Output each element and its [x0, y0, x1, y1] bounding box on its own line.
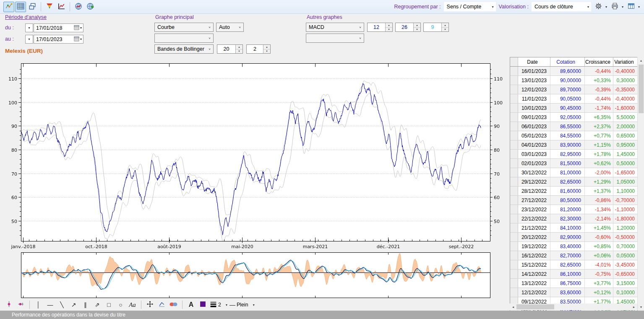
- trend-annotation-tool[interactable]: [156, 300, 167, 309]
- performance-chart-button[interactable]: [56, 2, 67, 12]
- row-selector-cell[interactable]: [510, 168, 518, 177]
- table-row[interactable]: 16/01/202389,60000-0,44%-0,40000: [510, 67, 637, 76]
- row-selector-cell[interactable]: [510, 76, 518, 85]
- table-view-button[interactable]: [15, 2, 26, 12]
- eraser-tool[interactable]: [168, 300, 179, 309]
- macd-fast-spinner[interactable]: 12 ▲▼: [367, 23, 393, 32]
- du-calendar-button[interactable]: ▾: [74, 24, 83, 32]
- row-selector-cell[interactable]: [510, 131, 518, 140]
- table-row[interactable]: 21/12/202284,10000+1,45%1,20000: [510, 223, 637, 233]
- bollinger-deviation-spinner[interactable]: 2 ▲▼: [246, 44, 271, 54]
- table-row[interactable]: 20/12/202282,90000-0,60%-0,50000: [510, 233, 637, 242]
- row-selector-cell[interactable]: [510, 214, 518, 223]
- scroll-down-icon[interactable]: ▼: [638, 303, 644, 310]
- table-vertical-scrollbar[interactable]: ▲ ▼: [637, 57, 644, 310]
- row-selector-cell[interactable]: [510, 85, 518, 94]
- rectangle-tool[interactable]: □: [103, 300, 115, 309]
- column-header-Croissance[interactable]: Croissance: [585, 57, 613, 66]
- table-row[interactable]: 16/12/202282,70000+0,06%0,05000: [510, 251, 637, 260]
- regroupement-select[interactable]: Sens / Compte ▾: [443, 2, 496, 12]
- horizontal-marker-tool[interactable]: [15, 300, 26, 309]
- du-date-field[interactable]: 17/01/2018 ▾: [34, 23, 83, 32]
- vertical-scroll-thumb[interactable]: [639, 65, 644, 113]
- row-selector-cell[interactable]: [510, 140, 518, 149]
- row-selector-cell[interactable]: [510, 251, 518, 260]
- table-row[interactable]: 19/12/202283,40000+0,85%0,70000: [510, 242, 637, 251]
- table-row[interactable]: 29/12/202282,65000+1,29%1,05000: [510, 177, 637, 187]
- du-preset-dropdown[interactable]: ▾: [25, 23, 33, 32]
- row-selector-cell[interactable]: [510, 260, 518, 269]
- column-header-Date[interactable]: Date: [518, 57, 550, 66]
- horizontal-line-tool[interactable]: —: [44, 300, 56, 309]
- spin-up-icon[interactable]: ▲: [442, 23, 448, 28]
- row-selector-cell[interactable]: [510, 223, 518, 232]
- row-selector-cell[interactable]: [510, 205, 518, 214]
- au-date-field[interactable]: 17/01/2023 ▾: [34, 35, 83, 44]
- row-selector-cell[interactable]: [510, 288, 518, 297]
- row-selector-cell[interactable]: [510, 242, 518, 251]
- row-selector-cell[interactable]: [510, 67, 518, 75]
- column-header-Cotation[interactable]: Cotation: [550, 57, 585, 66]
- row-selector-cell[interactable]: [510, 187, 518, 195]
- print-button[interactable]: ▾: [610, 2, 624, 12]
- move-tool[interactable]: [144, 300, 156, 309]
- table-row[interactable]: 28/12/202281,60000+1,37%1,10000: [510, 187, 637, 196]
- table-row[interactable]: 06/01/202386,55000+2,37%2,00000: [510, 122, 637, 131]
- horizontal-scroll-thumb[interactable]: [516, 304, 554, 309]
- valorisation-select[interactable]: Cours de clôture ▾: [531, 2, 592, 12]
- row-selector-cell[interactable]: [510, 113, 518, 122]
- table-row[interactable]: 30/12/202281,00000-2,00%-1,65000: [510, 168, 637, 177]
- row-selector-cell[interactable]: [510, 104, 518, 112]
- table-row[interactable]: 12/12/202283,60000+0,12%0,10000: [510, 288, 637, 297]
- bollinger-period-spinner[interactable]: 20 ▲▼: [217, 44, 243, 54]
- row-selector-cell[interactable]: [510, 279, 518, 288]
- filter-button[interactable]: [44, 2, 55, 12]
- spin-up-icon[interactable]: ▲: [414, 23, 420, 28]
- arrow-tool[interactable]: ↗: [68, 300, 79, 309]
- spin-down-icon[interactable]: ▼: [414, 28, 420, 32]
- quotes-table-header[interactable]: DateCotationCroissanceVariation: [510, 57, 637, 67]
- table-row[interactable]: 14/12/202286,10000-0,75%-0,65000: [510, 270, 637, 279]
- indicator-select[interactable]: Bandes de Bollinger˅: [154, 44, 214, 54]
- row-selector-cell[interactable]: [510, 122, 518, 131]
- table-row[interactable]: 09/01/202392,05000+6,35%5,50000: [510, 113, 637, 122]
- diagonal-line-tool[interactable]: ╲: [56, 300, 68, 309]
- spin-up-icon[interactable]: ▲: [386, 23, 392, 28]
- table-row[interactable]: 05/01/202384,55000+0,77%0,65000: [510, 131, 637, 140]
- row-selector-cell[interactable]: [510, 177, 518, 186]
- cascade-windows-button[interactable]: [27, 2, 38, 12]
- row-selector-cell[interactable]: [510, 196, 518, 205]
- scale-select[interactable]: Auto˅: [216, 23, 244, 32]
- row-selector-cell[interactable]: [510, 233, 518, 241]
- line-style-button[interactable]: —Plein▾: [229, 300, 256, 309]
- graph-type-select[interactable]: Courbe˅: [154, 23, 214, 32]
- row-selector-cell[interactable]: [510, 270, 518, 278]
- spin-down-icon[interactable]: ▼: [236, 49, 242, 54]
- columns-button[interactable]: ▾: [627, 2, 641, 12]
- spin-up-icon[interactable]: ▲: [263, 45, 270, 49]
- scroll-up-icon[interactable]: ▲: [638, 57, 644, 64]
- spin-down-icon[interactable]: ▼: [263, 49, 270, 54]
- table-row[interactable]: 23/12/202281,20000-1,34%-1,10000: [510, 205, 637, 214]
- macd-signal-spinner[interactable]: 9 ▲▼: [423, 23, 449, 32]
- subchart-indicator-select[interactable]: MACD˅: [306, 23, 364, 32]
- overlay-select[interactable]: ˅: [154, 34, 214, 43]
- row-selector-cell[interactable]: [510, 94, 518, 103]
- spin-down-icon[interactable]: ▼: [386, 28, 392, 32]
- table-row[interactable]: 13/12/202286,75000+3,77%3,15000: [510, 279, 637, 288]
- vertical-marker-tool[interactable]: [3, 300, 15, 309]
- au-calendar-button[interactable]: ▾: [74, 36, 83, 43]
- settings-button[interactable]: ▾: [594, 2, 608, 12]
- web-update-button[interactable]: [85, 2, 96, 12]
- row-selector-cell[interactable]: [510, 150, 518, 158]
- font-button[interactable]: A: [185, 300, 197, 309]
- row-selector-cell[interactable]: [510, 159, 518, 168]
- table-row[interactable]: 03/01/202382,95000+1,78%1,45000: [510, 150, 637, 159]
- table-row[interactable]: 04/01/202383,90000+1,15%0,95000: [510, 140, 637, 150]
- table-row[interactable]: 22/12/202282,30000-2,14%-1,80000: [510, 214, 637, 223]
- table-row[interactable]: 11/01/202390,05000-0,44%-0,40000: [510, 94, 637, 104]
- scroll-right-icon[interactable]: ►: [631, 303, 637, 310]
- ellipse-tool[interactable]: ○: [115, 300, 126, 309]
- color-button[interactable]: [197, 300, 209, 309]
- spin-down-icon[interactable]: ▼: [442, 28, 448, 32]
